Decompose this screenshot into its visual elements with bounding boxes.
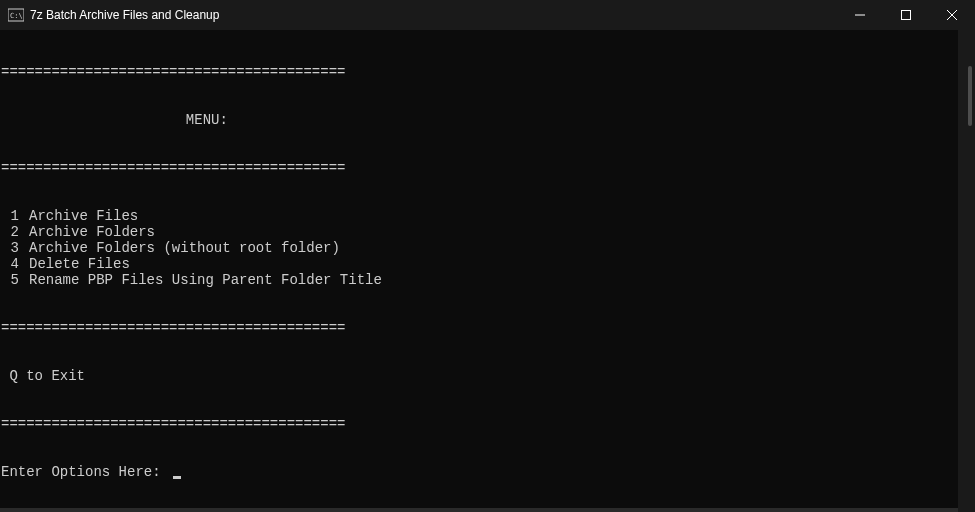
titlebar[interactable]: C:\ 7z Batch Archive Files and Cleanup <box>0 0 975 30</box>
svg-rect-3 <box>902 11 911 20</box>
window-title: 7z Batch Archive Files and Cleanup <box>30 8 837 22</box>
menu-item-label: Rename PBP Files Using Parent Folder Tit… <box>29 272 382 288</box>
menu-item-label: Delete Files <box>29 256 130 272</box>
menu-item: 3Archive Folders (without root folder) <box>0 240 975 256</box>
cmd-icon: C:\ <box>8 7 24 23</box>
maximize-button[interactable] <box>883 0 929 30</box>
menu-item-label: Archive Files <box>29 208 138 224</box>
menu-item-number: 4 <box>1 256 29 272</box>
menu-item-number: 2 <box>1 224 29 240</box>
console-output[interactable]: ========================================… <box>0 30 975 512</box>
prompt-text: Enter Options Here: <box>1 464 169 480</box>
menu-item-number: 3 <box>1 240 29 256</box>
bottom-scrollbar <box>0 508 958 512</box>
prompt-line[interactable]: Enter Options Here: <box>0 464 975 480</box>
menu-item: 4Delete Files <box>0 256 975 272</box>
close-button[interactable] <box>929 0 975 30</box>
menu-header: MENU: <box>0 112 975 128</box>
minimize-button[interactable] <box>837 0 883 30</box>
menu-item: 5Rename PBP Files Using Parent Folder Ti… <box>0 272 975 288</box>
separator-line: ========================================… <box>0 64 975 80</box>
svg-text:C:\: C:\ <box>10 12 23 20</box>
menu-item-number: 1 <box>1 208 29 224</box>
menu-item: 1Archive Files <box>0 208 975 224</box>
separator-line: ========================================… <box>0 160 975 176</box>
menu-item-number: 5 <box>1 272 29 288</box>
menu-item-label: Archive Folders <box>29 224 155 240</box>
menu-item-label: Archive Folders (without root folder) <box>29 240 340 256</box>
separator-line: ========================================… <box>0 416 975 432</box>
window-controls <box>837 0 975 30</box>
separator-line: ========================================… <box>0 320 975 336</box>
scrollbar-thumb[interactable] <box>968 66 972 126</box>
menu-item: 2Archive Folders <box>0 224 975 240</box>
exit-line: Q to Exit <box>0 368 975 384</box>
cursor-icon <box>173 476 181 479</box>
scrollbar-track[interactable] <box>958 30 975 512</box>
